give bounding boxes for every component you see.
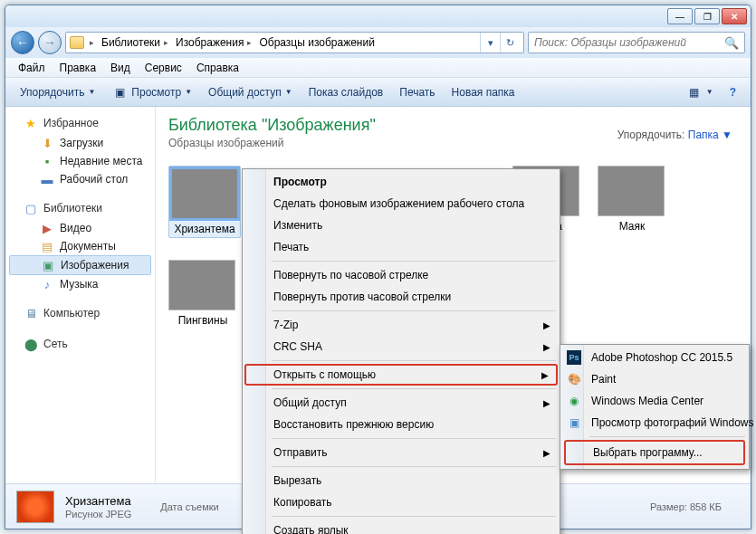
- details-thumbnail: [16, 491, 54, 523]
- back-button[interactable]: ←: [11, 31, 34, 54]
- thumbnail-label: Хризантема: [171, 223, 238, 235]
- desktop-icon: ▬: [40, 172, 54, 186]
- document-icon: ▤: [40, 239, 54, 253]
- sidebar-computer[interactable]: 🖥Компьютер: [5, 304, 155, 324]
- ctx-copy[interactable]: Копировать: [244, 491, 558, 513]
- sort-control[interactable]: Упорядочить: Папка ▼: [617, 129, 732, 141]
- sidebar-item-documents[interactable]: ▤Документы: [5, 237, 155, 255]
- viewer-icon: ▣: [567, 415, 581, 430]
- ctx-rotate-ccw[interactable]: Повернуть против часовой стрелки: [244, 286, 558, 308]
- search-input[interactable]: [534, 36, 719, 49]
- video-icon: ▶: [40, 221, 54, 235]
- thumbnail-label: Маяк: [598, 220, 666, 233]
- sidebar: ★Избранное ⬇Загрузки ▪Недавние места ▬Ра…: [5, 107, 156, 483]
- address-dropdown[interactable]: ▾: [480, 33, 500, 52]
- downloads-icon: ⬇: [40, 136, 54, 150]
- sidebar-libraries[interactable]: ▢Библиотеки: [5, 199, 155, 219]
- ctx-restore[interactable]: Восстановить прежнюю версию: [244, 414, 558, 435]
- details-size: Размер: 858 КБ: [650, 501, 722, 512]
- submenu-choose-program[interactable]: Выбрать программу...: [566, 442, 743, 463]
- sidebar-item-recent[interactable]: ▪Недавние места: [5, 152, 155, 170]
- menubar: Файл Правка Вид Сервис Справка: [5, 58, 751, 78]
- ctx-crc[interactable]: CRC SHA▶: [244, 336, 558, 358]
- address-bar[interactable]: ▸ Библиотеки▸ Изображения▸ Образцы изобр…: [65, 32, 524, 53]
- ctx-7zip[interactable]: 7-Zip▶: [244, 314, 558, 336]
- music-icon: ♪: [40, 277, 54, 291]
- menu-tools[interactable]: Сервис: [138, 60, 189, 76]
- minimize-button[interactable]: —: [667, 8, 693, 24]
- details-type: Рисунок JPEG: [65, 509, 131, 520]
- ctx-open[interactable]: Просмотр: [244, 171, 558, 193]
- ctx-cut[interactable]: Вырезать: [244, 470, 558, 491]
- forward-button[interactable]: →: [38, 31, 62, 54]
- print-button[interactable]: Печать: [392, 83, 442, 101]
- sidebar-item-pictures[interactable]: ▣Изображения: [9, 255, 151, 275]
- thumbnail-image: [168, 260, 235, 310]
- details-date-label: Дата съемки: [160, 501, 218, 512]
- open-with-submenu: PsAdobe Photoshop CC 2015.5 🎨Paint ◉Wind…: [560, 344, 750, 470]
- recent-icon: ▪: [40, 154, 54, 168]
- thumbnail-item[interactable]: Хризантема: [168, 166, 241, 238]
- close-button[interactable]: ✕: [722, 8, 747, 24]
- ctx-edit[interactable]: Изменить: [244, 215, 558, 236]
- submenu-photo-viewer[interactable]: ▣Просмотр фотографий Windows: [562, 412, 747, 434]
- organize-button[interactable]: Упорядочить▼: [13, 83, 102, 101]
- submenu-wmc[interactable]: ◉Windows Media Center: [562, 390, 747, 412]
- thumbnail-label: Пингвины: [168, 314, 237, 327]
- details-name: Хризантема: [65, 494, 131, 508]
- breadcrumb-item[interactable]: ▸: [84, 33, 98, 52]
- sidebar-item-downloads[interactable]: ⬇Загрузки: [5, 134, 155, 152]
- library-icon: ▢: [24, 201, 38, 215]
- maximize-button[interactable]: ❐: [694, 8, 720, 24]
- ctx-rotate-cw[interactable]: Повернуть по часовой стрелке: [244, 264, 558, 286]
- newfolder-button[interactable]: Новая папка: [445, 83, 522, 101]
- computer-icon: 🖥: [24, 306, 38, 320]
- thumbnail-item[interactable]: Маяк: [598, 166, 666, 238]
- sidebar-item-music[interactable]: ♪Музыка: [5, 275, 155, 293]
- menu-help[interactable]: Справка: [189, 60, 246, 76]
- menu-edit[interactable]: Правка: [53, 60, 104, 76]
- sidebar-favorites[interactable]: ★Избранное: [5, 114, 155, 134]
- ctx-print[interactable]: Печать: [244, 236, 558, 258]
- view-button[interactable]: ▣Просмотр▼: [104, 81, 199, 103]
- thumbnail-item[interactable]: Пингвины: [168, 260, 237, 327]
- refresh-button[interactable]: ↻: [500, 33, 520, 52]
- breadcrumb-item[interactable]: Образцы изображений: [255, 33, 378, 52]
- toolbar: Упорядочить▼ ▣Просмотр▼ Общий доступ▼ По…: [5, 78, 751, 107]
- titlebar: — ❐ ✕: [5, 5, 751, 27]
- submenu-photoshop[interactable]: PsAdobe Photoshop CC 2015.5: [562, 347, 747, 368]
- photoshop-icon: Ps: [567, 350, 581, 365]
- wmc-icon: ◉: [567, 394, 581, 408]
- ctx-send-to[interactable]: Отправить▶: [244, 442, 558, 463]
- menu-view[interactable]: Вид: [103, 60, 138, 76]
- sidebar-network[interactable]: ⬤Сеть: [5, 335, 155, 355]
- help-button[interactable]: ?: [723, 83, 743, 101]
- share-button[interactable]: Общий доступ▼: [201, 83, 300, 101]
- ctx-open-with[interactable]: Открыть с помощью▶: [244, 364, 558, 386]
- context-menu: Просмотр Сделать фоновым изображением ра…: [242, 168, 560, 534]
- ctx-share[interactable]: Общий доступ▶: [244, 392, 558, 414]
- thumbnail-image: [598, 166, 665, 216]
- preview-icon: ▣: [111, 84, 128, 100]
- ctx-shortcut[interactable]: Создать ярлык: [244, 520, 558, 534]
- breadcrumb-item[interactable]: Библиотеки▸: [98, 33, 172, 52]
- search-box[interactable]: 🔍: [528, 32, 745, 53]
- sidebar-item-videos[interactable]: ▶Видео: [5, 219, 155, 237]
- paint-icon: 🎨: [567, 372, 581, 386]
- thumbnails-icon: ▦: [686, 84, 703, 100]
- slideshow-button[interactable]: Показ слайдов: [301, 83, 391, 101]
- pictures-icon: ▣: [41, 258, 55, 272]
- menu-file[interactable]: Файл: [11, 60, 53, 76]
- submenu-paint[interactable]: 🎨Paint: [562, 368, 747, 390]
- ctx-set-background[interactable]: Сделать фоновым изображением рабочего ст…: [244, 193, 558, 215]
- network-icon: ⬤: [24, 337, 38, 351]
- thumbnail-image: [171, 168, 238, 219]
- sidebar-item-desktop[interactable]: ▬Рабочий стол: [5, 170, 155, 188]
- address-row: ← → ▸ Библиотеки▸ Изображения▸ Образцы и…: [5, 27, 751, 58]
- folder-icon: [70, 36, 84, 49]
- search-icon: 🔍: [724, 36, 739, 50]
- breadcrumb-item[interactable]: Изображения▸: [172, 33, 255, 52]
- star-icon: ★: [24, 116, 38, 130]
- view-mode-button[interactable]: ▦▼: [679, 81, 721, 103]
